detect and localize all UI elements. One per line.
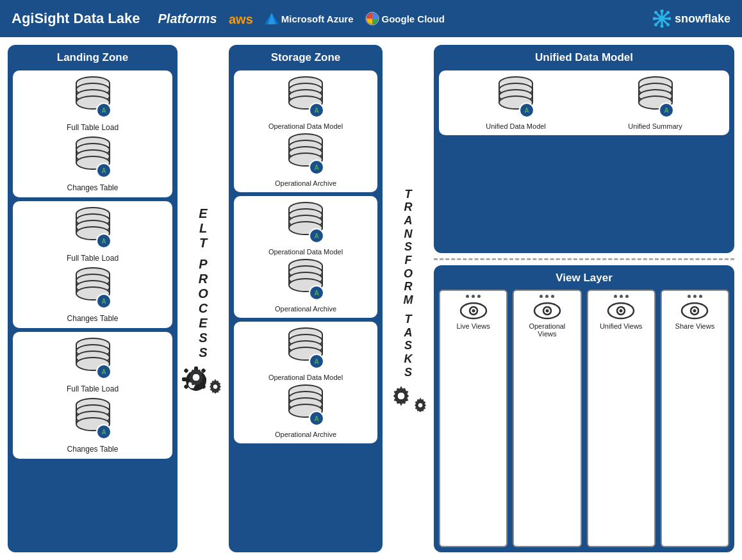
storage-group-2: A Operational Data Model A Operational A… xyxy=(234,196,377,318)
elt-process-label: E L T P R O C E S S xyxy=(184,45,222,552)
unified-data-model-title: Unified Data Model xyxy=(535,51,633,64)
app-title: AgiSight Data Lake xyxy=(12,10,140,27)
unified-views-dots xyxy=(614,295,629,298)
dot-3 xyxy=(625,295,629,298)
share-views-dots xyxy=(688,295,702,298)
svg-point-12 xyxy=(654,11,657,14)
azure-logo: Microsoft Azure xyxy=(265,12,354,26)
changes-table-label-1: Changes Table xyxy=(67,183,119,192)
odm-label-1: Operational Data Model xyxy=(268,122,343,130)
odm-db-3: A xyxy=(287,327,324,372)
elt-text: E L T P R O C E S S xyxy=(198,206,208,359)
full-table-load-db-3: A xyxy=(74,337,111,382)
dot-1 xyxy=(614,295,617,298)
unified-views-eye-icon xyxy=(607,301,635,320)
dot-3 xyxy=(477,295,481,298)
dot-2 xyxy=(693,295,697,298)
svg-point-165 xyxy=(693,309,697,313)
unified-data-model-panel: Unified Data Model A xyxy=(434,45,734,253)
svg-point-134 xyxy=(397,392,405,400)
dot-3 xyxy=(699,295,702,298)
oa-db-1: A xyxy=(287,133,324,177)
svg-point-10 xyxy=(653,17,656,21)
dot-1 xyxy=(466,295,469,298)
operational-views-card: Operational Views xyxy=(513,290,581,547)
azure-icon xyxy=(265,12,279,26)
view-layer-items: Live Views Operational Views xyxy=(439,290,729,547)
azure-label: Microsoft Azure xyxy=(281,13,354,24)
svg-rect-74 xyxy=(183,368,188,373)
svg-point-15 xyxy=(654,23,657,26)
svg-point-9 xyxy=(660,25,663,28)
transform-gears xyxy=(387,385,429,409)
aws-logo: aws xyxy=(229,11,253,26)
svg-text:A: A xyxy=(101,107,106,114)
view-layer-title: View Layer xyxy=(556,272,613,284)
landing-zone-panel: Landing Zone A Full Table Load xyxy=(8,45,177,552)
changes-table-db-3: A xyxy=(74,397,111,442)
right-column: Unified Data Model A xyxy=(434,45,734,552)
svg-text:A: A xyxy=(314,358,318,365)
svg-point-79 xyxy=(213,384,218,389)
udm-db-icon: A xyxy=(497,76,534,120)
live-views-dots xyxy=(466,295,481,298)
oa-label-1: Operational Archive xyxy=(275,179,336,187)
transform-gear-small-icon xyxy=(411,397,429,412)
share-views-label: Share Views xyxy=(675,322,715,330)
transform-text: T R A N S F O R M T A S K S xyxy=(404,188,413,379)
svg-text:A: A xyxy=(314,290,318,297)
gcloud-label: Google Cloud xyxy=(382,13,445,24)
full-table-load-label-3: Full Table Load xyxy=(67,384,119,393)
odm-db-2: A xyxy=(287,201,324,246)
op-views-dots xyxy=(540,295,554,298)
dot-1 xyxy=(688,295,691,298)
oa-db-2: A xyxy=(287,258,324,303)
oa-label-2: Operational Archive xyxy=(275,305,336,313)
changes-table-db-1: A xyxy=(74,136,111,181)
unified-data-model-item: A Unified Data Model xyxy=(486,76,546,130)
live-views-label: Live Views xyxy=(456,322,490,330)
snowflake-label: snowflake xyxy=(675,12,730,26)
odm-label-3: Operational Data Model xyxy=(268,374,343,381)
oa-label-3: Operational Archive xyxy=(275,431,336,438)
changes-table-label-2: Changes Table xyxy=(67,314,119,323)
dot-2 xyxy=(545,295,548,298)
svg-point-156 xyxy=(472,309,475,313)
full-table-load-label-1: Full Table Load xyxy=(67,123,119,132)
svg-point-135 xyxy=(418,403,423,408)
live-views-eye-icon xyxy=(459,301,488,320)
op-views-eye-icon xyxy=(533,301,561,320)
svg-text:A: A xyxy=(101,167,106,174)
svg-text:A: A xyxy=(314,164,318,171)
storage-zone-panel: Storage Zone A Operational Data Model xyxy=(229,45,383,552)
landing-group-1: A Full Table Load A Changes Table xyxy=(13,70,172,197)
oa-db-3: A xyxy=(287,384,324,429)
snowflake-logo: snowflake xyxy=(653,10,730,28)
full-table-load-db-2: A xyxy=(74,206,111,251)
svg-text:aws: aws xyxy=(229,12,253,26)
us-db-icon: A xyxy=(637,76,674,120)
svg-point-162 xyxy=(620,309,623,313)
dot-3 xyxy=(551,295,554,298)
aws-icon: aws xyxy=(229,11,253,26)
svg-point-14 xyxy=(666,11,670,14)
unified-summary-item: A Unified Summary xyxy=(628,76,682,130)
svg-point-13 xyxy=(666,23,670,26)
unified-views-card: Unified Views xyxy=(587,290,655,547)
svg-point-11 xyxy=(668,17,671,21)
header: AgiSight Data Lake Platforms aws Microso… xyxy=(0,0,742,37)
share-views-eye-icon xyxy=(680,301,709,320)
svg-point-8 xyxy=(660,10,663,13)
unified-views-label: Unified Views xyxy=(600,322,642,330)
dot-2 xyxy=(472,295,475,298)
dot-1 xyxy=(540,295,543,298)
full-table-load-db-1: A xyxy=(74,76,111,120)
unified-model-card: A Unified Data Model xyxy=(439,70,729,135)
svg-point-78 xyxy=(192,374,200,381)
landing-zone-title: Landing Zone xyxy=(57,51,128,64)
full-table-load-label-2: Full Table Load xyxy=(67,254,119,263)
operational-views-label: Operational Views xyxy=(519,322,575,338)
svg-text:A: A xyxy=(101,238,106,245)
share-views-card: Share Views xyxy=(661,290,729,547)
svg-text:A: A xyxy=(101,429,106,436)
